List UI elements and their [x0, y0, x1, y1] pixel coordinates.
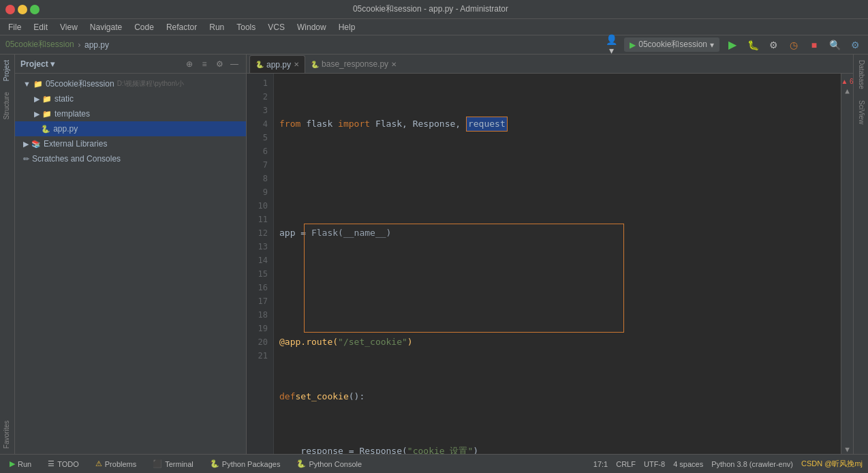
tab-apppy-label: app.py — [266, 60, 291, 70]
scroll-up-icon[interactable]: ▲ — [845, 87, 850, 95]
status-indent[interactable]: 4 spaces — [673, 460, 703, 468]
tab-base-close[interactable]: ✕ — [391, 61, 397, 68]
tree-item-templates[interactable]: ▶ 📁 templates — [15, 106, 246, 121]
todo-label: TODO — [57, 460, 79, 468]
code-content: 12345 678910 1112131415 1617181920 21 fr… — [247, 74, 853, 454]
editor-area: 🐍 app.py ✕ 🐍 base_response.py ✕ 12345 67… — [247, 55, 853, 454]
project-panel: Project ▾ ⊕ ≡ ⚙ — ▼ 📁 05cookie和session D… — [15, 55, 247, 454]
error-count[interactable]: ▲ 6 — [839, 76, 853, 87]
project-toolbar-gear[interactable]: ⚙ — [213, 58, 226, 70]
code-editor[interactable]: from flask import Flask, Response, reque… — [274, 74, 841, 454]
menu-refactor[interactable]: Refactor — [161, 21, 202, 33]
tab-apppy[interactable]: 🐍 app.py ✕ — [249, 55, 305, 73]
main-layout: Project Structure Favorites Project ▾ ⊕ … — [0, 55, 868, 454]
breadcrumb-bar: 05cookie和session › app.py 👤 ▾ ▶ 05cookie… — [0, 35, 868, 55]
run-button[interactable]: ▶ — [725, 37, 740, 52]
maximize-button[interactable] — [30, 5, 40, 14]
python-console-label: Python Console — [309, 460, 362, 468]
status-watermark: CSDN @昕风挽mj — [801, 459, 863, 469]
sidebar-label-structure[interactable]: Structure — [0, 87, 14, 125]
breadcrumb-sep-1: › — [77, 40, 82, 50]
menu-run[interactable]: Run — [204, 21, 230, 33]
sidebar-label-favorites[interactable]: Favorites — [0, 415, 14, 454]
menu-tools[interactable]: Tools — [231, 21, 261, 33]
sidebar-label-project[interactable]: Project — [0, 55, 14, 87]
tab-apppy-close[interactable]: ✕ — [294, 61, 299, 68]
terminal-button[interactable]: ⬛ Terminal — [149, 458, 198, 470]
menu-file[interactable]: File — [3, 21, 27, 33]
code-line-3: app = Flask(__name__) — [279, 226, 835, 240]
folder-icon: 📁 — [33, 80, 43, 89]
minimize-button[interactable] — [18, 5, 27, 14]
code-line-5: @app.route("/set_cookie") — [279, 335, 835, 349]
titlebar: 05cookie和session - app.py - Administrato… — [0, 0, 868, 19]
tab-base-icon: 🐍 — [311, 61, 319, 68]
problems-label: Problems — [105, 460, 136, 468]
todo-button[interactable]: ☰ TODO — [44, 458, 83, 470]
tab-base-response[interactable]: 🐍 base_response.py ✕ — [305, 55, 402, 73]
tree-static-label: static — [55, 94, 74, 104]
status-encoding[interactable]: UTF-8 — [644, 460, 665, 468]
scroll-down-icon[interactable]: ▼ — [845, 445, 850, 454]
folder-icon-templates: 📁 — [42, 110, 52, 119]
chevron-right-icon: ▶ — [34, 95, 40, 104]
run-status-icon: ▶ — [10, 459, 15, 468]
todo-icon: ☰ — [48, 459, 55, 468]
problems-button[interactable]: ⚠ Problems — [91, 458, 140, 470]
right-gutter: ▲ 6 ▲ ▼ — [841, 74, 853, 454]
settings-button[interactable]: ⚙ — [848, 37, 863, 52]
coverage-button[interactable]: ⚙ — [766, 37, 781, 52]
python-file-icon: 🐍 — [41, 125, 50, 134]
menu-edit[interactable]: Edit — [28, 21, 53, 33]
menu-code[interactable]: Code — [129, 21, 159, 33]
sidebar-label-sciview[interactable]: SciView — [854, 95, 868, 129]
menu-vcs[interactable]: VCS — [262, 21, 290, 33]
profile-button[interactable]: ◷ — [786, 37, 801, 52]
tree-root-label: 05cookie和session — [46, 78, 114, 90]
run-config-label: 05cookie和session — [638, 39, 707, 50]
tree-item-scratches[interactable]: ✏ Scratches and Consoles — [15, 151, 246, 166]
breadcrumb-project[interactable]: 05cookie和session — [5, 39, 74, 50]
tab-apppy-icon: 🐍 — [255, 61, 264, 68]
project-toolbar-minimize[interactable]: — — [228, 58, 241, 70]
chevron-right-icon-libs: ▶ — [23, 140, 29, 149]
python-packages-button[interactable]: 🐍 Python Packages — [206, 458, 285, 470]
stop-button[interactable]: ■ — [807, 37, 822, 52]
breadcrumb-file[interactable]: app.py — [84, 40, 109, 50]
project-toolbar-scope[interactable]: ⊕ — [183, 58, 196, 70]
chevron-right-icon-templates: ▶ — [34, 110, 40, 119]
sidebar-label-database[interactable]: Database — [854, 55, 868, 95]
window-controls[interactable] — [5, 5, 40, 14]
menu-view[interactable]: View — [55, 21, 83, 33]
status-position[interactable]: 17:1 — [593, 460, 608, 468]
user-button[interactable]: 👤 ▾ — [604, 37, 619, 52]
code-line-1: from flask import Flask, Response, reque… — [279, 117, 835, 131]
debug-button[interactable]: 🐛 — [745, 37, 760, 52]
menu-navigate[interactable]: Navigate — [84, 21, 127, 33]
right-panel-labels: Database SciView — [853, 55, 868, 454]
tree-item-external-libs[interactable]: ▶ 📚 External Libraries — [15, 136, 246, 151]
titlebar-left — [5, 5, 40, 14]
tree-scratches-label: Scratches and Consoles — [32, 154, 121, 164]
run-config-selector[interactable]: ▶ 05cookie和session ▾ — [624, 37, 719, 52]
chevron-down-icon: ▼ — [23, 80, 31, 88]
menu-help[interactable]: Help — [333, 21, 361, 33]
run-status-button[interactable]: ▶ Run — [5, 458, 35, 470]
tree-item-static[interactable]: ▶ 📁 static — [15, 91, 246, 106]
library-icon: 📚 — [31, 140, 41, 149]
tree-apppy-label: app.py — [53, 124, 78, 134]
tree-item-apppy[interactable]: 🐍 app.py — [15, 121, 246, 136]
line-numbers: 12345 678910 1112131415 1617181920 21 — [247, 74, 274, 454]
left-panel-labels: Project Structure Favorites — [0, 55, 15, 454]
close-button[interactable] — [5, 5, 15, 14]
tree-item-root[interactable]: ▼ 📁 05cookie和session D:\视频课程\python\小 — [15, 76, 246, 91]
project-toolbar-collapse[interactable]: ≡ — [198, 58, 211, 70]
project-toolbar: Project ▾ ⊕ ≡ ⚙ — — [15, 55, 246, 74]
window-title: 05cookie和session - app.py - Administrato… — [353, 3, 508, 15]
search-button[interactable]: 🔍 — [827, 37, 842, 52]
terminal-icon: ⬛ — [153, 459, 162, 468]
status-line-ending[interactable]: CRLF — [616, 460, 636, 468]
menu-window[interactable]: Window — [292, 21, 332, 33]
python-console-button[interactable]: 🐍 Python Console — [292, 458, 366, 470]
status-python-version[interactable]: Python 3.8 (crawler-env) — [711, 460, 793, 468]
